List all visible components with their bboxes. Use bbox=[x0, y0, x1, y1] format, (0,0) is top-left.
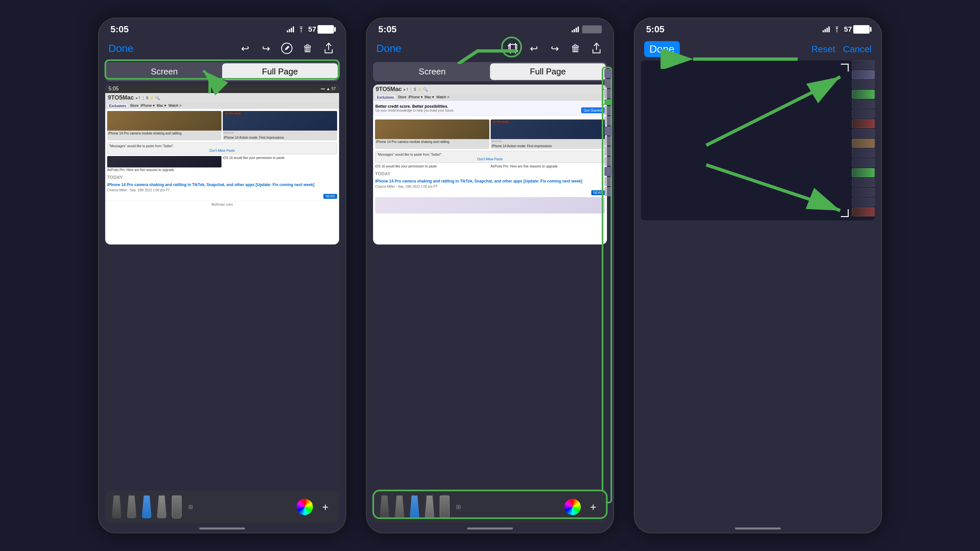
signal-icon-1 bbox=[287, 27, 294, 32]
card1-title: iPhone 14 Pro camera module shaking and … bbox=[107, 130, 221, 136]
scroll-thumb-12 bbox=[605, 187, 611, 196]
trash-icon-2[interactable]: 🗑 bbox=[568, 41, 583, 56]
article-author-1: Chance Miller · Sep. 19th 2022 1:00 pm P… bbox=[107, 188, 337, 192]
battery-text-1: 57 bbox=[309, 25, 316, 33]
thumb-9 bbox=[852, 139, 875, 148]
status-icons-3: 57 bbox=[822, 25, 870, 33]
plus-button-2[interactable]: + bbox=[586, 500, 600, 514]
undo-icon-1[interactable]: ↩ bbox=[238, 41, 252, 56]
tab-screen-1[interactable]: Screen bbox=[107, 64, 222, 80]
thumb-16 bbox=[852, 207, 875, 216]
scroll-thumb-4 bbox=[605, 106, 611, 115]
thumb-4 bbox=[852, 90, 875, 99]
card2-title-2: iPhone 14 Action mode: First impressions bbox=[491, 143, 605, 149]
tab-fullpage-1[interactable]: Full Page bbox=[222, 64, 338, 80]
tab-switcher-2: Screen Full Page bbox=[373, 62, 607, 81]
cancel-button-3[interactable]: Cancel bbox=[843, 44, 872, 54]
thumb-7 bbox=[852, 119, 875, 128]
color-wheel-1[interactable] bbox=[297, 499, 313, 515]
blue-pen-tool-1[interactable] bbox=[142, 495, 151, 518]
mini-grid-2: iPhone 14 Pro camera module shaking and … bbox=[375, 119, 605, 149]
mini-card-1: iPhone 14 Pro camera module shaking and … bbox=[107, 111, 221, 140]
time-2: 5:05 bbox=[378, 24, 396, 35]
scroll-thumb-3 bbox=[605, 89, 611, 98]
mini-nav-links-2: Exclusives Store iPhone ▾ Mac ▾ Watch > bbox=[373, 94, 607, 100]
thumb-3 bbox=[852, 80, 875, 89]
mini-nav-links-1: Exclusives Store iPhone ▾ Mac ▾ Watch > bbox=[105, 103, 339, 109]
trash-icon-1[interactable]: 🗑 bbox=[301, 41, 315, 56]
scroll-thumb-11 bbox=[605, 177, 611, 186]
toolbar-2: Done ↩ ↪ 🗑 bbox=[366, 38, 614, 59]
bottom-grid-2: iOS 16 would like your permission to pas… bbox=[375, 165, 605, 168]
today-label-1: TODAY bbox=[107, 173, 337, 181]
thumb-8 bbox=[852, 129, 875, 138]
scroll-thumb-7 bbox=[605, 137, 611, 146]
share-icon-2[interactable] bbox=[589, 41, 604, 56]
battery-icon-1 bbox=[318, 25, 334, 33]
screenshot-preview-2: 9TO5Mac ▸ f ⋮ $ ⚡ 🔍 > Exclusives Store i… bbox=[373, 84, 607, 245]
battery-container-3: 57 bbox=[844, 25, 870, 33]
crop-handle-tr bbox=[841, 64, 849, 71]
mini-grid-1: iPhone 14 Pro camera module shaking and … bbox=[107, 111, 337, 140]
pen-tool-2[interactable] bbox=[380, 495, 390, 518]
thumb-10 bbox=[852, 149, 875, 158]
signal-icon-2 bbox=[572, 27, 579, 32]
phone-1: 5:05 57 Done bbox=[98, 17, 346, 534]
toolbar-1: Done ↩ ↪ 🗑 bbox=[99, 38, 345, 59]
dont-allow-2: Don't Allow Paste bbox=[377, 157, 603, 161]
thumb-11 bbox=[852, 158, 875, 167]
status-icons-2 bbox=[572, 25, 602, 33]
card1-title-2: iPhone 14 Pro camera module shaking and … bbox=[375, 139, 489, 144]
pencil-tool-2[interactable] bbox=[425, 495, 434, 518]
time-3: 5:05 bbox=[646, 24, 665, 35]
redo-icon-1[interactable]: ↪ bbox=[259, 41, 273, 56]
mini-content-1: iPhone 14 Pro camera module shaking and … bbox=[105, 109, 339, 201]
reset-button-3[interactable]: Reset bbox=[811, 44, 835, 54]
redo-icon-2[interactable]: ↪ bbox=[547, 41, 562, 56]
phone-3: 5:05 57 Done R bbox=[634, 17, 882, 534]
today-label-2: TODAY bbox=[375, 170, 605, 178]
scroll-thumb-9 bbox=[605, 157, 611, 166]
marker-tool-2[interactable] bbox=[395, 495, 404, 518]
status-bar-1: 5:05 57 bbox=[99, 18, 345, 38]
crop-icon-2[interactable] bbox=[506, 41, 520, 56]
mini-content-2: iPhone 14 Pro camera module shaking and … bbox=[373, 118, 607, 216]
toolbar-3: Done Reset Cancel bbox=[635, 38, 881, 60]
battery-container-1: 57 bbox=[309, 25, 334, 33]
ruler-tool-1[interactable] bbox=[172, 495, 181, 518]
thumb-6 bbox=[852, 110, 875, 119]
home-indicator-3 bbox=[735, 527, 781, 529]
undo-icon-2[interactable]: ↩ bbox=[527, 41, 541, 56]
scrollbar-2 bbox=[605, 69, 611, 500]
plus-button-1[interactable]: + bbox=[318, 500, 332, 514]
share-icon-1[interactable] bbox=[321, 41, 336, 56]
ruler-icon-1: ⊞ bbox=[187, 503, 194, 511]
airpods-text-1: AirPods Pro: Here are five reasons to up… bbox=[107, 156, 221, 172]
scroll-thumb-10 bbox=[605, 167, 611, 176]
marker-tool-1[interactable] bbox=[127, 495, 137, 518]
color-wheel-2[interactable] bbox=[565, 499, 581, 515]
ios-paste-1: iOS 16 would like your permission to pas… bbox=[223, 156, 337, 172]
wifi-icon-1 bbox=[297, 27, 305, 32]
ios-paste-2: iOS 16 would like your permission to pas… bbox=[375, 165, 489, 168]
thumb-14 bbox=[852, 188, 875, 197]
tab-screen-2[interactable]: Screen bbox=[374, 64, 490, 80]
pencil-tool-1[interactable] bbox=[157, 495, 167, 518]
mini-nav-1: 9TO5Mac ▸ f ⋮ $ ⚡ 🔍 bbox=[105, 93, 339, 103]
dark-area-arrows bbox=[641, 60, 875, 220]
dont-allow-1: Don't Allow Paste bbox=[109, 149, 335, 152]
site-logo-1: 9TO5Mac bbox=[108, 94, 134, 101]
done-button-2[interactable]: Done bbox=[376, 43, 401, 54]
ad-cta-2: Get Started bbox=[581, 107, 605, 113]
markup-icon-1[interactable] bbox=[280, 41, 294, 56]
ruler-tool-2[interactable] bbox=[440, 495, 450, 518]
tab-fullpage-2[interactable]: Full Page bbox=[490, 64, 606, 80]
done-button-3[interactable]: Done bbox=[644, 41, 680, 57]
dark-area-3 bbox=[641, 60, 875, 220]
done-button-1[interactable]: Done bbox=[108, 43, 134, 54]
scroll-thumb-green bbox=[605, 99, 611, 105]
blue-pen-tool-2[interactable] bbox=[410, 495, 420, 518]
spacer-3 bbox=[635, 220, 881, 250]
pen-tool-1[interactable] bbox=[112, 495, 121, 518]
article-author-2: Chance Miller · Sep. 19th 2022 1:00 pm P… bbox=[375, 185, 605, 188]
